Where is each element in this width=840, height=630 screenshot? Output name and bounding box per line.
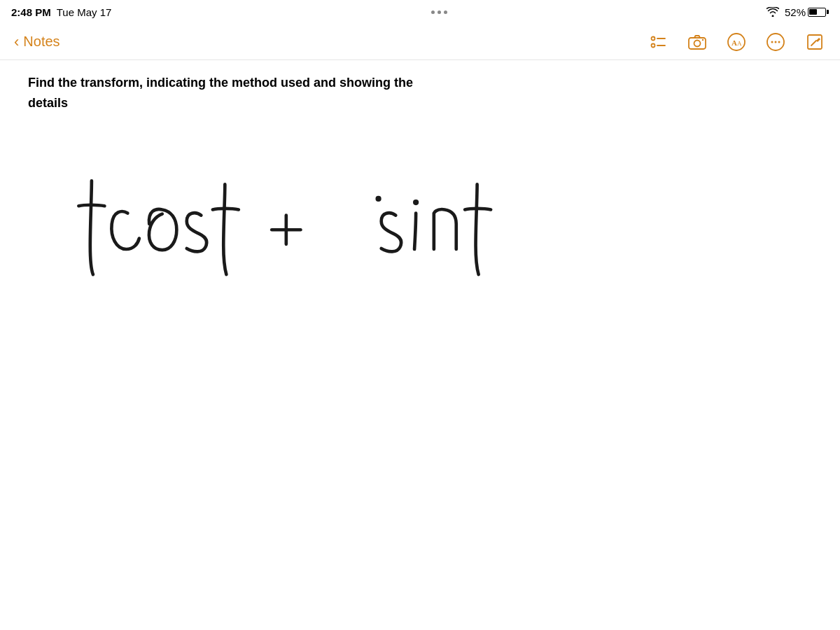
svg-text:A: A <box>732 38 737 47</box>
handwriting-area <box>28 154 812 294</box>
status-left: 2:48 PM Tue May 17 <box>11 6 111 18</box>
svg-text:A: A <box>737 40 742 47</box>
dots-menu <box>431 10 447 14</box>
wifi-icon <box>766 7 779 17</box>
svg-point-0 <box>652 36 655 40</box>
svg-point-5 <box>694 40 701 46</box>
handwriting-svg <box>70 154 560 294</box>
dot3 <box>444 10 447 14</box>
more-icon[interactable] <box>764 31 787 53</box>
compose-icon[interactable] <box>804 31 826 53</box>
nav-left[interactable]: ‹ Notes <box>14 34 60 50</box>
svg-point-12 <box>775 41 777 43</box>
camera-icon[interactable] <box>686 31 708 53</box>
svg-point-1 <box>652 43 655 47</box>
battery-icon <box>808 8 826 17</box>
dot1 <box>431 10 435 14</box>
svg-point-17 <box>413 200 419 205</box>
status-right: 52% <box>766 6 826 18</box>
svg-line-15 <box>811 41 816 46</box>
nav-right: A A <box>647 31 826 53</box>
back-label[interactable]: Notes <box>23 34 59 50</box>
svg-point-6 <box>702 38 704 40</box>
checklist-icon[interactable] <box>647 31 669 53</box>
status-bar: 2:48 PM Tue May 17 52% <box>0 0 840 24</box>
back-chevron-icon[interactable]: ‹ <box>14 34 19 50</box>
svg-point-11 <box>771 41 774 43</box>
status-time: 2:48 PM <box>11 6 51 18</box>
battery-container: 52% <box>785 6 826 18</box>
content-area: Find the transform, indicating the metho… <box>0 60 840 630</box>
note-title-line1: Find the transform, indicating the metho… <box>28 74 812 92</box>
svg-point-13 <box>778 41 780 43</box>
svg-point-16 <box>375 196 381 202</box>
nav-bar: ‹ Notes A A <box>0 24 840 60</box>
note-title-line2: details <box>28 94 812 112</box>
dot2 <box>438 10 441 14</box>
battery-percent: 52% <box>785 6 806 18</box>
battery-fill <box>809 9 817 15</box>
text-format-icon[interactable]: A A <box>725 31 748 53</box>
status-date: Tue May 17 <box>57 6 112 18</box>
